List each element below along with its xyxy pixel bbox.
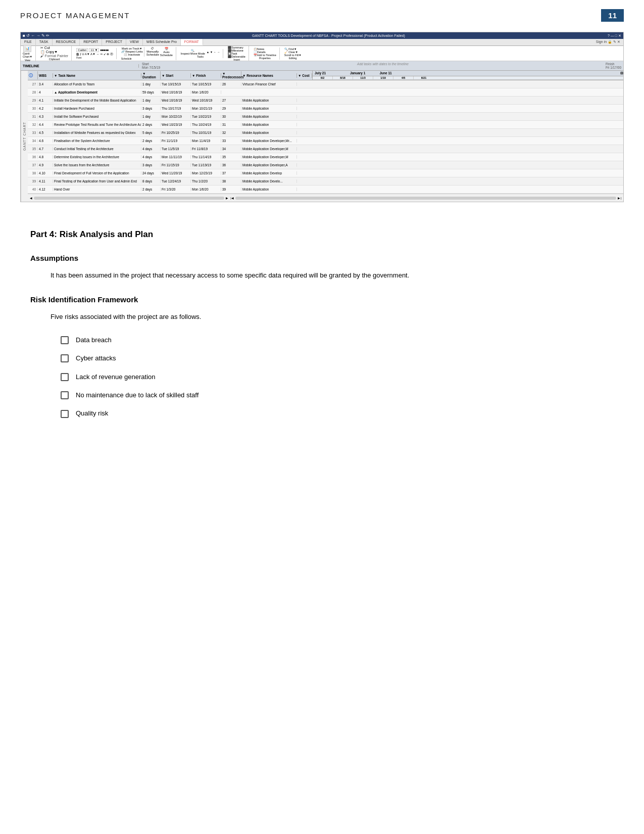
risk-label-4: No maintenance due to lack of skilled st…: [76, 386, 199, 404]
timeline-bar: TIMELINE StartMon 7/15/19 Add tasks with…: [21, 61, 623, 71]
col-header-cost: ▼ Cost: [297, 73, 312, 78]
ribbon-titlebar: ■ ↺ ← → ✎ ✏ GANTT CHART TOOLS Developmen…: [21, 32, 623, 39]
gantt-row-28: 28 4 ▲ Application Development 59 days W…: [28, 88, 623, 97]
bullet-icon-5: [61, 410, 69, 418]
tab-task[interactable]: TASK: [36, 39, 53, 45]
gantt-row-40: 40 4.12 Hand Over 2 days Fri 1/3/20 Mon …: [28, 186, 623, 194]
risk-label-5: Quality risk: [76, 404, 108, 423]
risk-list: Data breach Cyber attacks Lack of revenu…: [61, 331, 614, 423]
risk-item-5: Quality risk: [61, 404, 614, 423]
gantt-area: GANTT CHART ⓘ WBS ▼ Task Name ▼ Duration…: [21, 71, 623, 202]
page-number: 11: [601, 9, 624, 22]
gantt-row-35: 35 4.7 Conduct Initial Testing of the Ar…: [28, 145, 623, 153]
col-header-start: ▼ Start: [161, 73, 191, 78]
col-header-pred: ▼ Predecessors: [221, 71, 241, 79]
col-header-dur: ▼ Duration: [141, 71, 161, 79]
gantt-chart-label: GANTT CHART: [21, 71, 28, 202]
gantt-row-33: 33 4.5 Installation of Website Features …: [28, 129, 623, 137]
ribbon-tabs: FILE TASK RESOURCE REPORT PROJECT VIEW W…: [21, 39, 623, 46]
gantt-row-29: 29 4.1 Initiate the Development of the M…: [28, 97, 623, 105]
risk-label-2: Cyber attacks: [76, 349, 116, 367]
tab-report[interactable]: REPORT: [80, 39, 102, 45]
gantt-rows: 27 3.4 Allocation of Funds to Team 1 day…: [28, 80, 623, 202]
page-header: PROJECT MANAGEMENT 11: [0, 0, 644, 27]
gantt-row-27: 27 3.4 Allocation of Funds to Team 1 day…: [28, 80, 623, 88]
gantt-row-38: 38 4.10 Final Development of Full Versio…: [28, 169, 623, 177]
content-section: Part 4: Risk Analysis and Plan Assumptio…: [0, 212, 644, 423]
tab-view[interactable]: VIEW: [126, 39, 143, 45]
gantt-row-36: 36 4.8 Determine Existing Issues in the …: [28, 153, 623, 161]
col-header-task: ▼ Task Name: [53, 73, 141, 78]
risk-label-3: Lack of revenue generation: [76, 368, 156, 386]
gantt-scrollbar[interactable]: ◀ ▶ |◀ ▶|: [28, 194, 623, 202]
bullet-icon-3: [61, 373, 69, 381]
risk-item-1: Data breach: [61, 331, 614, 349]
risk-label-1: Data breach: [76, 331, 112, 349]
col-header-res: ▼ Resource Names: [241, 73, 297, 78]
tab-project[interactable]: PROJECT: [102, 39, 126, 45]
gantt-row-34: 34 4.6 Finalisation of the System Archit…: [28, 137, 623, 145]
col-header-finish: ▼ Finish: [191, 73, 221, 78]
col-header-wbs: WBS: [38, 73, 53, 78]
ribbon-title: GANTT CHART TOOLS Development of NBFSA -…: [53, 34, 605, 37]
tab-format[interactable]: FORMAT: [181, 39, 203, 45]
part4-heading: Part 4: Risk Analysis and Plan: [30, 229, 614, 240]
page-title: PROJECT MANAGEMENT: [20, 11, 130, 20]
assumptions-body: It has been assumed in the project that …: [51, 269, 614, 281]
bullet-icon-4: [61, 391, 69, 399]
gantt-row-31: 31 4.3 Install the Software Purchased 1 …: [28, 113, 623, 121]
tab-wbs[interactable]: WBS Schedule Pro: [143, 39, 181, 45]
gantt-chart-image: ■ ↺ ← → ✎ ✏ GANTT CHART TOOLS Developmen…: [20, 32, 624, 202]
gantt-column-headers: ⓘ WBS ▼ Task Name ▼ Duration ▼ Start ▼ F…: [28, 71, 623, 80]
gantt-row-30: 30 4.2 Install Hardware Purchased 3 days…: [28, 105, 623, 113]
risk-item-2: Cyber attacks: [61, 349, 614, 367]
gantt-row-39: 39 4.11 Final Testing of the Application…: [28, 177, 623, 186]
risk-item-3: Lack of revenue generation: [61, 368, 614, 386]
risk-framework-heading: Risk Identification Framework: [30, 295, 614, 304]
risk-intro: Five risks associated with the project a…: [51, 311, 614, 322]
ribbon-content: 📊 GanttChart▼ View ✂ Cut 📋 Copy▼ 🖌 Forma…: [21, 46, 623, 61]
bullet-icon-1: [61, 336, 69, 344]
tab-resource[interactable]: RESOURCE: [53, 39, 80, 45]
gantt-row-32: 32 4.4 Review Prototype Test Results and…: [28, 121, 623, 129]
assumptions-heading: Assumptions: [30, 254, 614, 262]
risk-item-4: No maintenance due to lack of skilled st…: [61, 386, 614, 404]
gantt-row-37: 37 4.9 Solve the Issues from the Archite…: [28, 161, 623, 169]
bullet-icon-2: [61, 354, 69, 362]
